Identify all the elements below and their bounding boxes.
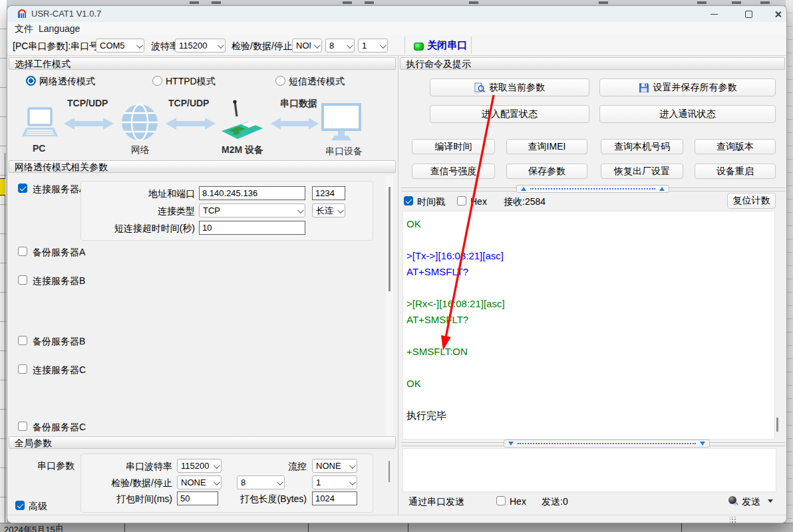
chevron-down-icon xyxy=(314,42,321,49)
advanced-label[interactable]: 高级 xyxy=(29,499,47,513)
m2m-caption: M2M 设备 xyxy=(222,144,263,156)
backup-server-b-label[interactable]: 备份服务器B xyxy=(33,334,85,348)
minimize-button[interactable] xyxy=(699,6,728,22)
left-scrollbar-thumb[interactable] xyxy=(389,187,391,291)
compile-time-button[interactable]: 编译时间 xyxy=(412,139,495,154)
server-c-checkbox[interactable] xyxy=(18,364,27,374)
enter-comm-button[interactable]: 进入通讯状态 xyxy=(599,105,776,123)
server-port-input[interactable]: 1234 xyxy=(312,186,345,200)
set-save-params-button[interactable]: 设置并保存所有参数 xyxy=(599,78,776,96)
log-splitter-handle[interactable] xyxy=(516,185,669,193)
server-a-label[interactable]: 连接服务器A xyxy=(33,182,85,196)
send-splitter-handle[interactable] xyxy=(504,440,710,448)
flow-select[interactable]: NONE xyxy=(312,459,357,473)
server-c-label[interactable]: 连接服务器C xyxy=(33,363,86,377)
menu-bar: 文件 Language xyxy=(7,22,786,35)
maximize-button[interactable] xyxy=(734,6,763,22)
log-line: >[Tx->][16:08:21][asc] xyxy=(406,248,774,264)
radio-net-passthrough-label[interactable]: 网络透传模式 xyxy=(39,74,95,88)
menu-language[interactable]: Language xyxy=(35,23,83,35)
tx-hex-label[interactable]: Hex xyxy=(510,495,526,509)
conn-type-select[interactable]: TCP xyxy=(199,203,305,217)
close-button[interactable] xyxy=(763,6,787,22)
databits-select[interactable]: 8 xyxy=(325,39,355,53)
collapse-up-icon xyxy=(659,187,665,191)
send-sound-icon xyxy=(728,495,739,507)
flow-label: 流控 xyxy=(263,460,307,473)
radio-sms-passthrough[interactable] xyxy=(275,76,285,86)
backup-server-a-label[interactable]: 备份服务器A xyxy=(33,245,85,259)
chevron-down-icon xyxy=(337,207,344,213)
log-line: OK xyxy=(406,376,774,392)
g-stopbits-select[interactable]: 1 xyxy=(312,475,357,489)
pc-icon xyxy=(21,107,59,139)
packtime-input[interactable]: 50 xyxy=(177,491,218,505)
tx-hex-checkbox[interactable] xyxy=(496,496,506,505)
com-port-select[interactable]: COM5 xyxy=(96,39,144,53)
factory-reset-button[interactable]: 恢复出厂设置 xyxy=(601,164,683,179)
packlen-input[interactable]: 1024 xyxy=(312,491,357,505)
serial-log[interactable]: OK >[Tx->][16:08:21][asc]AT+SMSFLT? >[Rx… xyxy=(402,211,775,440)
baud-select[interactable]: 115200 xyxy=(175,39,226,53)
backup-server-c-checkbox[interactable] xyxy=(18,422,27,431)
reset-count-button[interactable]: 复位计数 xyxy=(727,193,776,209)
query-signal-button[interactable]: 查信号强度 xyxy=(412,164,495,179)
timestamp-label[interactable]: 时间戳 xyxy=(417,195,445,209)
timeout-label: 短连接超时时间(秒) xyxy=(95,221,195,235)
timestamp-checkbox[interactable] xyxy=(404,196,413,205)
advanced-checkbox[interactable] xyxy=(15,501,25,510)
collapse-down-icon xyxy=(508,442,514,446)
timeout-input[interactable]: 10 xyxy=(199,221,305,235)
conn-type-label: 连接类型 xyxy=(107,204,195,218)
addr-label: 地址和端口 xyxy=(107,187,195,201)
link1-label: TCP/UDP xyxy=(67,98,108,108)
chevron-down-icon xyxy=(347,42,353,49)
g-databits-select[interactable]: 8 xyxy=(237,475,285,489)
send-button[interactable]: 发送 xyxy=(742,495,760,509)
send-via-dropdown[interactable]: 通过串口发送 xyxy=(408,495,464,509)
log-scrollbar-thumb[interactable] xyxy=(776,418,778,432)
chevron-down-icon xyxy=(136,42,143,49)
g-baud-select[interactable]: 115200 xyxy=(177,459,222,473)
menu-file[interactable]: 文件 xyxy=(11,23,37,36)
port-status-led xyxy=(414,43,424,51)
radio-net-passthrough[interactable] xyxy=(26,76,36,86)
toolbar-separator xyxy=(471,37,472,54)
dropdown-caret-icon[interactable] xyxy=(458,499,464,503)
bottom-divider xyxy=(7,515,786,515)
enter-config-button[interactable]: 进入配置状态 xyxy=(430,105,589,123)
server-a-checkbox[interactable] xyxy=(18,184,27,193)
query-imei-button[interactable]: 查询IMEI xyxy=(506,139,587,154)
backup-server-a-checkbox[interactable] xyxy=(18,247,27,256)
radio-httpd-label[interactable]: HTTPD模式 xyxy=(166,74,216,88)
server-address-input[interactable]: 8.140.245.136 xyxy=(199,186,305,200)
parity-select[interactable]: NONI xyxy=(292,39,322,53)
get-params-button[interactable]: 获取当前参数 xyxy=(430,78,589,96)
save-params-button[interactable]: 保存参数 xyxy=(506,164,587,179)
server-b-checkbox[interactable] xyxy=(18,275,27,285)
device-restart-button[interactable]: 设备重启 xyxy=(695,164,776,179)
backup-server-b-checkbox[interactable] xyxy=(18,336,27,345)
keepalive-select[interactable]: 长连接 xyxy=(312,203,345,217)
query-number-button[interactable]: 查询本机号码 xyxy=(601,139,683,154)
query-version-button[interactable]: 查询版本 xyxy=(695,139,776,154)
resize-grip[interactable] xyxy=(730,517,736,523)
send-input-area[interactable] xyxy=(402,448,776,492)
stopbits-select[interactable]: 1 xyxy=(358,39,388,53)
log-line: AT+SMSFLT? xyxy=(406,264,774,280)
g-parity-select[interactable]: NONE xyxy=(177,475,222,489)
radio-httpd[interactable] xyxy=(152,76,162,86)
rx-hex-checkbox[interactable] xyxy=(457,196,466,205)
serial-device-icon xyxy=(320,103,363,142)
backup-server-c-label[interactable]: 备份服务器C xyxy=(33,420,86,434)
server-b-label[interactable]: 连接服务器B xyxy=(33,274,85,288)
rx-hex-label[interactable]: Hex xyxy=(470,195,487,209)
mini-scrollbar-thumb[interactable] xyxy=(389,461,390,482)
send-options-caret-icon[interactable] xyxy=(768,499,773,503)
rx-count: 接收:2584 xyxy=(504,195,546,209)
close-port-button[interactable]: 关闭串口 xyxy=(427,39,467,52)
radio-sms-passthrough-label[interactable]: 短信透传模式 xyxy=(289,74,345,88)
link3-label: 串口数据 xyxy=(280,98,317,110)
collapse-down-icon xyxy=(700,442,705,446)
link2-label: TCP/UDP xyxy=(168,98,209,108)
